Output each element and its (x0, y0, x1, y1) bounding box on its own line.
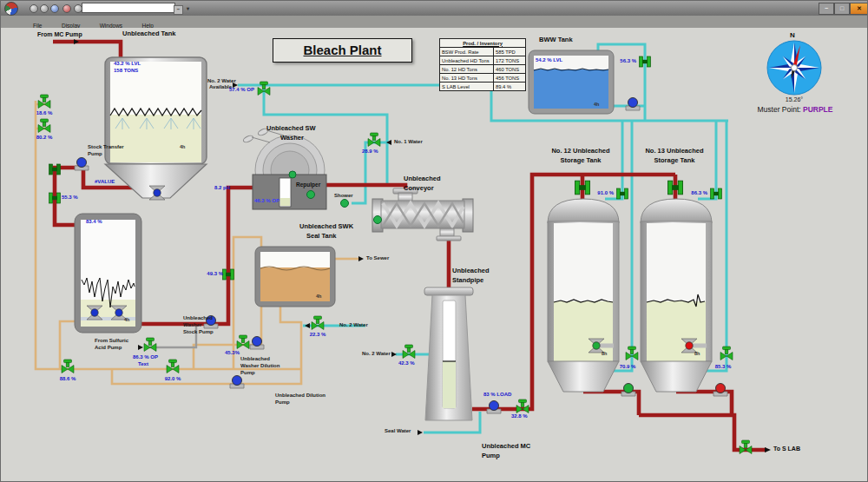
seal-tank-trend[interactable]: 4h (316, 294, 321, 299)
washer-stock-pump-label3: Stock Pump (183, 329, 214, 335)
table-row: S LAB Level89.4 % (440, 83, 525, 90)
maximize-button[interactable]: □ (834, 3, 850, 15)
valve-86-3-readout: 86.3 % (678, 190, 707, 196)
valve-80-2-readout: 80.2 % (32, 135, 56, 141)
title-bar: − ▾ − □ ✕ (1, 1, 868, 17)
stock-transfer-pump[interactable] (75, 158, 89, 171)
muster-point: Muster Point: PURPLE (734, 105, 856, 114)
row-label: No. 13 HD Tons (440, 74, 494, 82)
sw-washer-title2: Washer (280, 135, 304, 142)
conveyor-title2: Conveyor (404, 185, 434, 193)
valve-56-3-readout: 56.3 % (608, 58, 636, 64)
hmi-canvas: Bleach Plant Prod. / Inventory BSW Prod.… (1, 28, 868, 482)
to-sewer-label: To Sewer (366, 255, 389, 261)
menu-bar: File Display Windows Help (1, 16, 868, 29)
ph-readout: 8.2 pH (214, 185, 230, 191)
unbleached-tank-title: Unbleached Tank (122, 30, 176, 38)
washer-stock-pump-label: Unbleached (183, 315, 213, 321)
seal-tank-title2: Seal Tank (306, 233, 336, 241)
repulper-op-readout: 46.3 % OP (254, 198, 279, 204)
app-window: − ▾ − □ ✕ File Display Windows Help (0, 0, 868, 482)
valve-28-9-readout: 28.9 % (362, 149, 378, 155)
dropdown-icon[interactable]: ▾ (184, 5, 192, 13)
tank13-title2: Storage Tank (626, 157, 723, 165)
row-label: BSW Prod. Rate (440, 48, 494, 56)
compass-heading: 15.26° (773, 96, 816, 103)
toolbar-display-icon[interactable] (50, 4, 59, 13)
washer-dilution-pump-label2: Washer Dilution (240, 363, 279, 369)
bww-tank-title: BWW Tank (539, 36, 573, 44)
tank12-title: No. 12 Unbleached (532, 148, 629, 155)
no2-water-seal-label: No. 2 Water (339, 322, 368, 328)
standpipe[interactable] (424, 287, 473, 420)
no2-water-standpipe-label: No. 2 Water (362, 351, 391, 357)
washer-status-indicator[interactable] (289, 171, 296, 178)
shower-label: Shower (334, 193, 353, 199)
shower-status-indicator[interactable] (341, 200, 349, 208)
valve-88-6[interactable] (62, 360, 74, 373)
valve-92-0-readout: 92.0 % (160, 376, 186, 382)
unbleached-tank[interactable] (105, 57, 207, 200)
tank12-pump[interactable] (621, 384, 635, 397)
from-sulfuric-label2: Acid Pump (95, 345, 122, 351)
mc-pump-title2: Pump (482, 452, 500, 460)
toolbar-back-icon[interactable] (30, 4, 38, 13)
minimize-button[interactable]: − (819, 3, 834, 15)
conveyor[interactable] (372, 188, 473, 241)
table-row: No. 13 HD Tons456 TONS (440, 74, 525, 83)
dilution-pump[interactable] (230, 376, 244, 389)
tank12-trend[interactable]: 8h (602, 351, 607, 356)
dilution-pump-label: Unbleached Dilution (275, 393, 326, 399)
valve-85-3-readout: 85.3 % (706, 364, 740, 370)
washer-stock-pump-label2: Washer (183, 322, 201, 328)
tank12-title2: Storage Tank (532, 157, 629, 165)
page-title: Bleach Plant (273, 38, 412, 63)
row-label: S LAB Level (440, 83, 494, 90)
washer-stock-vessel[interactable] (75, 214, 141, 333)
wind-compass (767, 41, 821, 95)
display-search-input[interactable] (82, 3, 175, 13)
sw-washer-title: Unbleached SW (266, 125, 316, 133)
valve-45-3[interactable] (237, 335, 249, 349)
app-logo-icon (4, 2, 18, 16)
repulper-status-indicator[interactable] (307, 191, 315, 199)
valve-22-3[interactable] (312, 316, 324, 330)
tank13-trend[interactable]: 8h (694, 351, 700, 356)
value-error-readout: #VALUE (95, 179, 115, 185)
bww-trend[interactable]: 4h (594, 102, 599, 107)
no2-water-available-label: No. 2 Water (207, 78, 236, 84)
valve-55-3-readout: 55.3 % (62, 195, 78, 201)
unbleached-mc-pump[interactable] (487, 401, 501, 414)
from-sulfuric-label: From Sulfuric (95, 338, 128, 344)
toolbar-forward-icon[interactable] (40, 4, 49, 13)
valve-28-9[interactable] (368, 133, 380, 147)
mc-pump-title: Unbleached MC (482, 443, 530, 451)
row-label: No. 12 HD Tons (440, 65, 494, 73)
valve-92-0[interactable] (167, 360, 179, 373)
valve-42-3[interactable] (403, 345, 415, 359)
washer-stock-level: 83.4 % (86, 219, 102, 225)
valve-86-3-op[interactable] (144, 338, 156, 352)
row-label: Unbleached HD Tons (440, 56, 494, 64)
close-button[interactable]: ✕ (850, 3, 868, 15)
bww-pump[interactable] (626, 98, 640, 111)
conveyor-status-indicator[interactable] (374, 216, 382, 224)
washer-stock-trend[interactable]: 4h (124, 317, 129, 322)
row-value: 456 TONS (494, 74, 525, 82)
storage-tank-12[interactable] (548, 199, 619, 392)
row-value: 89.4 % (494, 83, 525, 90)
repulper-label: Repulper (296, 182, 320, 188)
valve-86-3-op-readout: 86.3 % OP (133, 354, 158, 360)
valve-18-6[interactable] (38, 95, 50, 109)
mc-pump-load-readout: 83 % LOAD (483, 392, 511, 398)
storage-tank-13[interactable] (641, 199, 712, 392)
unbleached-tank-level: 43.2 % LVL (114, 61, 141, 67)
unbleached-tank-trend[interactable]: 4h (180, 144, 185, 149)
seal-tank[interactable] (255, 247, 335, 307)
toolbar-stop-icon[interactable] (62, 4, 71, 13)
tank13-pump[interactable] (713, 384, 727, 397)
process-graphics (1, 28, 868, 482)
collapse-button[interactable]: − (174, 5, 183, 15)
valve-45-3-readout: 45.3% (225, 350, 240, 356)
valve-80-2[interactable] (38, 119, 50, 133)
